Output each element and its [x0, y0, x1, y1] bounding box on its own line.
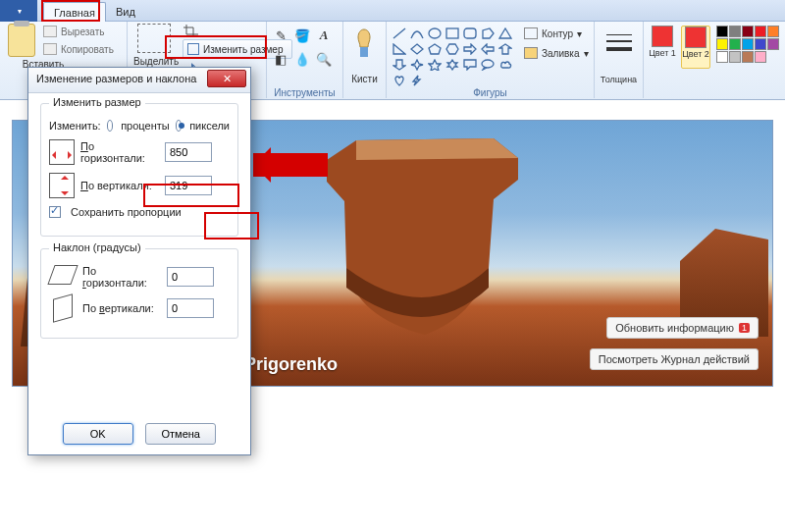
radio-pixels-label: пиксели: [189, 120, 230, 132]
vertical-label: По вертикали:: [80, 180, 159, 191]
color-palette[interactable]: [716, 26, 785, 63]
palette-swatch[interactable]: [716, 51, 728, 63]
crop-button[interactable]: [183, 24, 200, 37]
shape-arrow-l[interactable]: [479, 41, 496, 56]
shape-callout-oval[interactable]: [479, 57, 496, 72]
shape-oval[interactable]: [426, 26, 443, 40]
cut-button[interactable]: Вырезать: [43, 26, 104, 37]
shape-star5[interactable]: [426, 57, 443, 72]
view-log-label: Посмотреть Журнал действий: [599, 353, 750, 365]
brushes-label: Кисти: [343, 74, 386, 84]
thickness-button[interactable]: [606, 29, 632, 59]
shape-arrow-u[interactable]: [497, 41, 513, 56]
skew-h-label: Погоризонтали:: [82, 265, 161, 289]
palette-swatch[interactable]: [742, 51, 754, 63]
tab-view[interactable]: Вид: [106, 2, 145, 22]
shape-triangle[interactable]: [497, 26, 513, 40]
svg-rect-3: [464, 28, 476, 38]
skew-v-input[interactable]: [167, 298, 214, 318]
palette-swatch[interactable]: [742, 38, 754, 50]
resize-icon: [187, 43, 199, 55]
copy-button[interactable]: Копировать: [43, 43, 114, 55]
shape-callout-cloud[interactable]: [497, 57, 513, 72]
horizontal-label: Погоризонтали:: [80, 140, 159, 164]
brush-button[interactable]: [351, 27, 377, 61]
dialog-buttons: OK Отмена: [28, 423, 250, 445]
fill-tool[interactable]: 🪣: [292, 26, 312, 45]
color1-button[interactable]: Цвет 1: [648, 26, 677, 69]
shape-heart[interactable]: [391, 73, 407, 87]
text-tool[interactable]: A: [314, 26, 334, 45]
shape-star4[interactable]: [408, 57, 425, 72]
shape-fill-button[interactable]: Заливка▾: [524, 47, 589, 59]
vertical-icon: [49, 173, 75, 198]
palette-swatch[interactable]: [729, 26, 741, 37]
shape-rect[interactable]: [444, 26, 460, 40]
shape-star6[interactable]: [444, 57, 460, 72]
palette-swatch[interactable]: [729, 38, 741, 50]
vertical-input[interactable]: [165, 176, 212, 195]
svg-point-4: [482, 60, 494, 68]
shape-pentagon[interactable]: [426, 41, 443, 56]
color2-swatch: [685, 27, 706, 48]
palette-swatch[interactable]: [767, 38, 779, 50]
cancel-button[interactable]: Отмена: [145, 423, 216, 445]
group-thickness: Толщина: [595, 22, 644, 98]
palette-swatch[interactable]: [716, 38, 728, 50]
shape-arrow-r[interactable]: [461, 41, 478, 56]
app-menu-button[interactable]: [0, 0, 37, 22]
eraser-tool[interactable]: ◧: [271, 49, 290, 69]
palette-swatch[interactable]: [729, 51, 741, 63]
zoom-tool[interactable]: 🔍: [314, 49, 334, 69]
dialog-body: Изменить размер Изменить: проценты пиксе…: [28, 93, 250, 360]
outline-label: Контур: [542, 28, 573, 39]
shape-hexagon[interactable]: [444, 41, 460, 56]
shape-rtriangle[interactable]: [391, 41, 407, 56]
shape-arrow-d[interactable]: [391, 57, 407, 72]
resize-legend: Изменить размер: [49, 96, 145, 108]
chevron-down-icon: ▾: [584, 48, 589, 59]
select-icon: [137, 24, 171, 53]
shape-roundrect[interactable]: [461, 26, 478, 40]
group-colors: Цвет 1 Цвет 2: [644, 22, 785, 98]
shape-line[interactable]: [391, 26, 407, 40]
shape-curve[interactable]: [408, 26, 425, 40]
horizontal-icon: [49, 139, 75, 165]
svg-rect-2: [446, 28, 458, 38]
skew-h-icon: [49, 265, 77, 289]
palette-swatch[interactable]: [755, 38, 766, 50]
resize-group: Изменить размер Изменить: проценты пиксе…: [40, 103, 238, 237]
shapes-gallery[interactable]: [391, 26, 518, 87]
shape-callout-rect[interactable]: [461, 57, 478, 72]
cut-label: Вырезать: [61, 27, 104, 37]
ok-button[interactable]: OK: [63, 423, 133, 445]
palette-swatch[interactable]: [767, 26, 779, 37]
color2-button[interactable]: Цвет 2: [681, 26, 710, 69]
tab-main[interactable]: Главная: [43, 2, 106, 22]
palette-swatch[interactable]: [742, 26, 754, 37]
palette-swatch[interactable]: [716, 26, 728, 37]
shape-lightning[interactable]: [408, 73, 425, 87]
scissors-icon: [43, 26, 57, 37]
shape-outline-button[interactable]: Контур▾: [524, 27, 582, 39]
radio-percent[interactable]: [107, 120, 113, 132]
shape-polygon[interactable]: [479, 26, 496, 40]
horizontal-input[interactable]: [165, 142, 212, 162]
update-info-button[interactable]: Обновить информацию1: [606, 317, 759, 339]
chevron-down-icon: ▾: [577, 28, 582, 39]
image-mesa: [297, 121, 552, 337]
dialog-title: Изменение размеров и наклона: [36, 73, 196, 84]
pencil-tool[interactable]: ✎: [271, 26, 290, 45]
keep-ratio-checkbox[interactable]: [49, 206, 61, 218]
skew-v-icon: [49, 296, 77, 320]
palette-swatch[interactable]: [755, 51, 766, 63]
radio-pixels[interactable]: [176, 120, 182, 132]
group-brushes: Кисти: [343, 22, 387, 98]
palette-swatch[interactable]: [755, 26, 766, 37]
dialog-close-button[interactable]: ✕: [207, 70, 246, 87]
dialog-titlebar[interactable]: Изменение размеров и наклона ✕: [28, 68, 250, 93]
shape-diamond[interactable]: [408, 41, 425, 56]
view-log-button[interactable]: Посмотреть Журнал действий: [590, 348, 759, 370]
picker-tool[interactable]: 💧: [292, 49, 312, 69]
skew-h-input[interactable]: [167, 267, 214, 287]
